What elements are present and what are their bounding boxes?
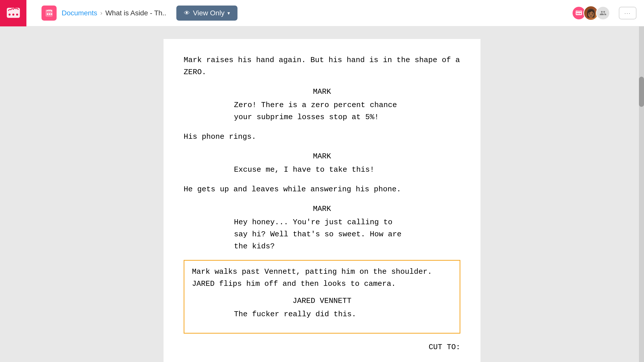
view-only-label: View Only xyxy=(193,9,225,17)
topbar-content: Documents › What is Aside - Th.. 👁 View … xyxy=(42,6,636,21)
document-page: Mark raises his hand again. But his hand… xyxy=(164,39,480,362)
action-line-1: Mark raises his hand again. But his hand… xyxy=(184,54,460,78)
breadcrumb-documents-link[interactable]: Documents xyxy=(62,9,97,17)
character-name-2: MARK xyxy=(184,150,460,162)
action-line-3: He gets up and leaves while answering hi… xyxy=(184,183,460,195)
view-only-button[interactable]: 👁 View Only ▾ xyxy=(176,6,238,21)
svg-point-1 xyxy=(9,14,11,16)
highlighted-action: Mark walks past Vennett, patting him on … xyxy=(192,266,452,290)
action-text-1: Mark raises his hand again. But his hand… xyxy=(184,56,460,76)
more-options-button[interactable]: ··· xyxy=(619,7,636,19)
topbar-right: 👩🏾 ··· xyxy=(572,6,636,21)
dialogue-1: Zero! There is a zero percent chance you… xyxy=(234,99,410,123)
scrollbar-track[interactable] xyxy=(639,26,644,362)
chevron-down-icon: ▾ xyxy=(227,10,230,16)
dialogue-3: Hey honey... You're just calling to say … xyxy=(234,216,410,252)
highlighted-block: Mark walks past Vennett, patting him on … xyxy=(184,260,460,334)
scene-transition: CUT TO: xyxy=(184,341,460,353)
doc-icon xyxy=(42,6,57,21)
svg-point-6 xyxy=(49,13,50,15)
topbar: Documents › What is Aside - Th.. 👁 View … xyxy=(0,0,644,26)
svg-point-7 xyxy=(51,13,52,15)
avatar-group: 👩🏾 xyxy=(572,6,610,21)
breadcrumb-separator: › xyxy=(100,10,102,17)
breadcrumb: Documents › What is Aside - Th.. xyxy=(62,9,166,17)
svg-point-10 xyxy=(578,13,580,14)
svg-point-3 xyxy=(16,14,18,16)
scrollbar-thumb[interactable] xyxy=(639,77,644,107)
action-line-2: His phone rings. xyxy=(184,131,460,143)
app-logo xyxy=(0,0,26,26)
main-content: Mark raises his hand again. But his hand… xyxy=(0,26,644,362)
dialogue-4: The fucker really did this. xyxy=(234,308,410,320)
svg-point-9 xyxy=(577,13,578,14)
action-text-2: His phone rings. xyxy=(184,132,256,141)
add-user-avatar[interactable] xyxy=(596,6,610,20)
svg-point-11 xyxy=(580,13,581,14)
character-name-1: MARK xyxy=(184,86,460,98)
dialogue-2: Excuse me, I have to take this! xyxy=(234,164,410,176)
character-name-3: MARK xyxy=(184,203,460,215)
svg-point-5 xyxy=(47,13,48,15)
breadcrumb-current: What is Aside - Th.. xyxy=(105,9,166,17)
content-area: Mark raises his hand again. But his hand… xyxy=(0,26,644,362)
action-text-3: He gets up and leaves while answering hi… xyxy=(184,185,401,194)
character-name-4: JARED VENNETT xyxy=(192,295,452,307)
svg-point-2 xyxy=(12,14,14,16)
eye-icon: 👁 xyxy=(184,10,190,17)
